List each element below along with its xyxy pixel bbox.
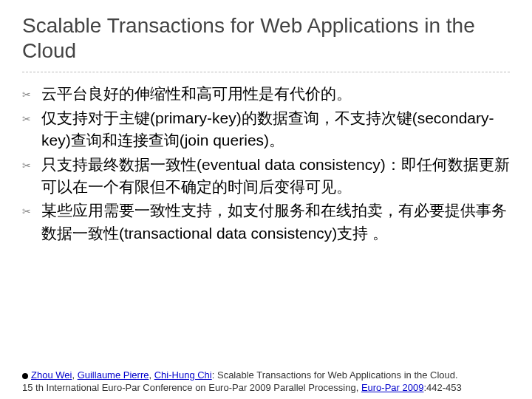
bullet-list: ✂ 云平台良好的伸缩性和高可用性是有代价的。 ✂ 仅支持对于主键(primary… xyxy=(22,83,510,245)
bullet-text: 只支持最终数据一致性(eventual data consistency)：即任… xyxy=(41,154,510,199)
author-link[interactable]: Guillaume Pierre xyxy=(78,369,149,381)
author-link[interactable]: Chi-Hung Chi xyxy=(154,369,212,381)
citation-footer: Zhou Wei, Guillaume Pierre, Chi-Hung Chi… xyxy=(22,369,510,395)
title-divider xyxy=(22,72,510,72)
author-link[interactable]: Zhou Wei xyxy=(31,369,72,381)
citation-text: :442-453 xyxy=(423,382,461,393)
citation-text: : Scalable Transactions for Web Applicat… xyxy=(212,369,458,381)
bullet-text: 云平台良好的伸缩性和高可用性是有代价的。 xyxy=(41,83,510,105)
venue-link[interactable]: Euro-Par 2009 xyxy=(361,382,424,393)
list-item: ✂ 只支持最终数据一致性(eventual data consistency)：… xyxy=(22,154,510,199)
list-item: ✂ 某些应用需要一致性支持，如支付服务和在线拍卖，有必要提供事务数据一致性(tr… xyxy=(22,200,510,245)
citation-text: , xyxy=(149,369,154,381)
bullet-icon: ✂ xyxy=(22,107,41,152)
slide-title: Scalable Transactions for Web Applicatio… xyxy=(22,13,510,63)
list-item: ✂ 云平台良好的伸缩性和高可用性是有代价的。 xyxy=(22,83,510,105)
bullet-icon: ✂ xyxy=(22,200,41,245)
bullet-dot-icon xyxy=(22,373,28,379)
bullet-text: 某些应用需要一致性支持，如支付服务和在线拍卖，有必要提供事务数据一致性(tran… xyxy=(41,200,510,245)
bullet-icon: ✂ xyxy=(22,83,41,105)
list-item: ✂ 仅支持对于主键(primary-key)的数据查询，不支持次键(second… xyxy=(22,107,510,152)
bullet-icon: ✂ xyxy=(22,154,41,199)
citation-text: , xyxy=(72,369,77,381)
bullet-text: 仅支持对于主键(primary-key)的数据查询，不支持次键(secondar… xyxy=(41,107,510,152)
citation-text: 15 th International Euro-Par Conference … xyxy=(22,382,361,393)
